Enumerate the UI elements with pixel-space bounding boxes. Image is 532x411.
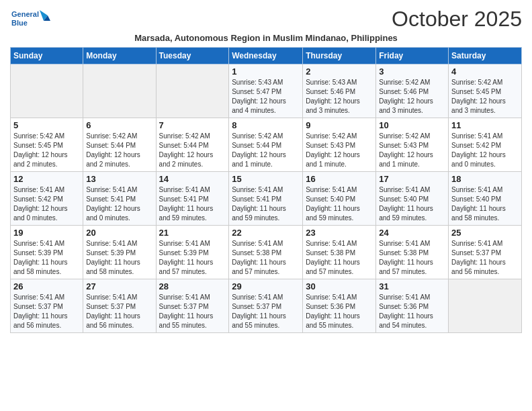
calendar-cell: 24Sunrise: 5:41 AM Sunset: 5:38 PM Dayli… [376,226,449,279]
calendar-cell: 12Sunrise: 5:41 AM Sunset: 5:42 PM Dayli… [11,172,83,226]
day-info: Sunrise: 5:41 AM Sunset: 5:39 PM Dayligh… [159,239,226,277]
logo-svg: General Blue [10,7,50,32]
month-title: October 2025 [392,7,522,32]
day-info: Sunrise: 5:41 AM Sunset: 5:40 PM Dayligh… [451,185,519,223]
day-info: Sunrise: 5:41 AM Sunset: 5:41 PM Dayligh… [232,185,300,223]
day-number: 12 [13,174,80,184]
calendar-header-monday: Monday [83,48,156,64]
calendar-cell: 16Sunrise: 5:41 AM Sunset: 5:40 PM Dayli… [303,172,376,226]
day-number: 6 [86,120,152,130]
day-number: 29 [232,281,300,291]
day-info: Sunrise: 5:42 AM Sunset: 5:46 PM Dayligh… [379,78,445,116]
calendar-cell [449,279,522,333]
day-info: Sunrise: 5:41 AM Sunset: 5:38 PM Dayligh… [379,239,445,277]
day-info: Sunrise: 5:41 AM Sunset: 5:40 PM Dayligh… [306,185,373,223]
calendar-cell: 7Sunrise: 5:42 AM Sunset: 5:44 PM Daylig… [156,118,229,172]
calendar-header-friday: Friday [376,48,449,64]
calendar-cell: 31Sunrise: 5:41 AM Sunset: 5:36 PM Dayli… [376,279,449,333]
day-info: Sunrise: 5:41 AM Sunset: 5:42 PM Dayligh… [13,185,80,223]
day-info: Sunrise: 5:41 AM Sunset: 5:37 PM Dayligh… [451,239,519,277]
day-info: Sunrise: 5:41 AM Sunset: 5:37 PM Dayligh… [159,293,226,330]
day-number: 7 [159,120,226,130]
day-number: 19 [13,228,80,238]
day-number: 26 [13,281,80,291]
calendar-header-sunday: Sunday [11,48,83,64]
calendar-cell: 15Sunrise: 5:41 AM Sunset: 5:41 PM Dayli… [229,172,303,226]
day-info: Sunrise: 5:41 AM Sunset: 5:38 PM Dayligh… [232,239,300,277]
day-number: 3 [379,66,445,77]
calendar-cell [83,64,156,118]
calendar-week-row: 5Sunrise: 5:42 AM Sunset: 5:45 PM Daylig… [11,118,522,172]
day-info: Sunrise: 5:41 AM Sunset: 5:36 PM Dayligh… [306,293,373,330]
svg-text:General: General [11,10,39,18]
day-info: Sunrise: 5:42 AM Sunset: 5:45 PM Dayligh… [451,78,519,116]
calendar-cell: 18Sunrise: 5:41 AM Sunset: 5:40 PM Dayli… [449,172,522,226]
calendar-cell: 1Sunrise: 5:43 AM Sunset: 5:47 PM Daylig… [229,64,303,118]
day-info: Sunrise: 5:41 AM Sunset: 5:36 PM Dayligh… [379,293,445,330]
calendar-cell: 27Sunrise: 5:41 AM Sunset: 5:37 PM Dayli… [83,279,156,333]
svg-text:Blue: Blue [11,19,28,27]
day-info: Sunrise: 5:41 AM Sunset: 5:37 PM Dayligh… [86,293,152,330]
logo: General Blue [10,7,50,32]
day-number: 14 [159,174,226,184]
day-info: Sunrise: 5:42 AM Sunset: 5:43 PM Dayligh… [379,132,445,169]
calendar-cell: 21Sunrise: 5:41 AM Sunset: 5:39 PM Dayli… [156,226,229,279]
day-number: 31 [379,281,445,291]
calendar-cell: 3Sunrise: 5:42 AM Sunset: 5:46 PM Daylig… [376,64,449,118]
calendar-cell: 14Sunrise: 5:41 AM Sunset: 5:41 PM Dayli… [156,172,229,226]
day-number: 27 [86,281,152,291]
day-info: Sunrise: 5:42 AM Sunset: 5:45 PM Dayligh… [13,132,80,169]
calendar-cell: 22Sunrise: 5:41 AM Sunset: 5:38 PM Dayli… [229,226,303,279]
day-number: 2 [306,66,373,77]
day-number: 18 [451,174,519,184]
day-number: 25 [451,228,519,238]
calendar-cell: 28Sunrise: 5:41 AM Sunset: 5:37 PM Dayli… [156,279,229,333]
calendar-header-thursday: Thursday [303,48,376,64]
calendar-cell: 29Sunrise: 5:41 AM Sunset: 5:37 PM Dayli… [229,279,303,333]
day-info: Sunrise: 5:43 AM Sunset: 5:46 PM Dayligh… [306,78,373,116]
day-info: Sunrise: 5:42 AM Sunset: 5:44 PM Dayligh… [159,132,226,169]
calendar-header-row: SundayMondayTuesdayWednesdayThursdayFrid… [11,48,522,64]
calendar-cell [156,64,229,118]
day-number: 9 [306,120,373,130]
calendar-cell: 2Sunrise: 5:43 AM Sunset: 5:46 PM Daylig… [303,64,376,118]
calendar-cell: 8Sunrise: 5:42 AM Sunset: 5:44 PM Daylig… [229,118,303,172]
day-number: 8 [232,120,300,130]
day-number: 4 [451,66,519,77]
day-number: 23 [306,228,373,238]
calendar-header-wednesday: Wednesday [229,48,303,64]
day-info: Sunrise: 5:42 AM Sunset: 5:44 PM Dayligh… [86,132,152,169]
calendar-cell: 19Sunrise: 5:41 AM Sunset: 5:39 PM Dayli… [11,226,83,279]
calendar-cell: 26Sunrise: 5:41 AM Sunset: 5:37 PM Dayli… [11,279,83,333]
day-number: 11 [451,120,519,130]
day-number: 10 [379,120,445,130]
calendar-week-row: 19Sunrise: 5:41 AM Sunset: 5:39 PM Dayli… [11,226,522,279]
day-number: 28 [159,281,226,291]
calendar-cell: 4Sunrise: 5:42 AM Sunset: 5:45 PM Daylig… [449,64,522,118]
calendar-cell: 13Sunrise: 5:41 AM Sunset: 5:41 PM Dayli… [83,172,156,226]
day-info: Sunrise: 5:41 AM Sunset: 5:41 PM Dayligh… [86,185,152,223]
day-number: 17 [379,174,445,184]
day-number: 16 [306,174,373,184]
calendar-cell [11,64,83,118]
day-number: 21 [159,228,226,238]
day-info: Sunrise: 5:42 AM Sunset: 5:44 PM Dayligh… [232,132,300,169]
day-info: Sunrise: 5:41 AM Sunset: 5:37 PM Dayligh… [13,293,80,330]
calendar-subtitle: Marsada, Autonomous Region in Muslim Min… [10,33,522,43]
day-number: 15 [232,174,300,184]
calendar-cell: 25Sunrise: 5:41 AM Sunset: 5:37 PM Dayli… [449,226,522,279]
calendar-cell: 30Sunrise: 5:41 AM Sunset: 5:36 PM Dayli… [303,279,376,333]
day-info: Sunrise: 5:41 AM Sunset: 5:42 PM Dayligh… [451,132,519,169]
calendar-header-saturday: Saturday [449,48,522,64]
day-info: Sunrise: 5:41 AM Sunset: 5:40 PM Dayligh… [379,185,445,223]
page-header: General Blue October 2025 [10,7,522,32]
day-info: Sunrise: 5:41 AM Sunset: 5:39 PM Dayligh… [86,239,152,277]
calendar-cell: 5Sunrise: 5:42 AM Sunset: 5:45 PM Daylig… [11,118,83,172]
calendar-cell: 23Sunrise: 5:41 AM Sunset: 5:38 PM Dayli… [303,226,376,279]
day-info: Sunrise: 5:41 AM Sunset: 5:38 PM Dayligh… [306,239,373,277]
calendar-cell: 10Sunrise: 5:42 AM Sunset: 5:43 PM Dayli… [376,118,449,172]
day-number: 13 [86,174,152,184]
calendar-header-tuesday: Tuesday [156,48,229,64]
day-number: 20 [86,228,152,238]
day-number: 22 [232,228,300,238]
